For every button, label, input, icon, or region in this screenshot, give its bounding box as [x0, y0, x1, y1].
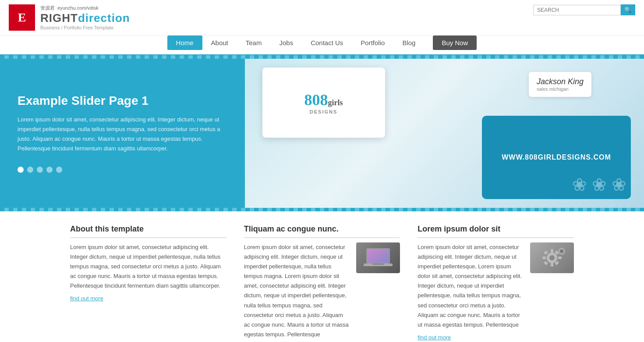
col3-find-more[interactable]: find out more [418, 334, 451, 341]
svg-rect-7 [551, 249, 553, 253]
jackson-subtitle: sales michigan [537, 86, 584, 92]
jackson-card: Jackson King sales michigan [529, 72, 591, 97]
flowers-decoration: ❀ ❀ ❀ [572, 175, 626, 195]
logo-box: E [9, 4, 35, 31]
search-button[interactable]: 🔍 [621, 4, 635, 15]
nav-blog[interactable]: Blog [393, 36, 424, 50]
slider-card-top: 808girls DESIGNS [262, 68, 385, 138]
content-col-1: About this template Lorem ipsum dolor si… [70, 224, 226, 342]
svg-rect-13 [544, 261, 548, 265]
col1-text: Lorem ipsum dolor sit amet, consectetur … [70, 242, 226, 291]
col1-find-more[interactable]: find out more [70, 295, 103, 302]
svg-point-6 [549, 255, 555, 260]
slider-brand-designs: DESIGNS [304, 109, 343, 114]
stripe-bottom [0, 208, 644, 211]
gear-icon [530, 242, 574, 273]
gear-image [530, 242, 574, 273]
header: E 资源君 eyunzhu.com/vdisk RIGHTdirection B… [0, 0, 644, 36]
nav-portfolio[interactable]: Portfolio [352, 36, 393, 50]
dot-4[interactable] [46, 167, 53, 173]
hero-slider: Example Slider Page 1 Lorem ipsum dolor … [0, 59, 644, 208]
svg-rect-11 [544, 250, 548, 255]
slider-title: Example Slider Page 1 [18, 94, 227, 108]
dot-1[interactable] [18, 167, 24, 173]
svg-point-16 [560, 249, 563, 253]
svg-rect-4 [372, 264, 384, 265]
nav-about[interactable]: About [202, 36, 237, 50]
svg-rect-2 [367, 249, 389, 263]
slider-brand-808: 808girls [304, 91, 343, 109]
logo-subtitle: 资源君 eyunzhu.com/vdisk [40, 5, 130, 11]
content-col-2: Tliquam ac congue nunc. Lorem ipsum dolo… [244, 224, 400, 342]
nav-jobs[interactable]: Jobs [270, 36, 302, 50]
site-title-direction: direction [78, 11, 130, 25]
dot-3[interactable] [37, 167, 43, 173]
slider-dots [18, 167, 227, 173]
svg-rect-9 [542, 256, 546, 259]
laptop-image [356, 242, 400, 273]
nav-home[interactable]: Home [167, 36, 202, 50]
slider-text: Lorem ipsum dolor sit amet, consectetur … [18, 115, 227, 153]
svg-rect-8 [551, 263, 553, 267]
col2-heading: Tliquam ac congue nunc. [244, 224, 400, 238]
content-area: About this template Lorem ipsum dolor si… [0, 211, 644, 342]
site-tagline: Business / Portfolio Free Template [40, 25, 130, 30]
col1-heading: About this template [70, 224, 226, 238]
slider-image: 808girls DESIGNS Jackson King sales mich… [245, 59, 644, 208]
slider-content: Example Slider Page 1 Lorem ipsum dolor … [0, 59, 245, 208]
stripe-top [0, 55, 644, 59]
laptop-icon [356, 242, 400, 273]
dot-5[interactable] [56, 167, 62, 173]
logo-text-area: 资源君 eyunzhu.com/vdisk RIGHTdirection Bus… [40, 5, 130, 30]
col3-heading: Lorem ipsum dolor sit [418, 224, 574, 238]
svg-rect-10 [558, 256, 562, 259]
logo-area: E 资源君 eyunzhu.com/vdisk RIGHTdirection B… [9, 4, 130, 31]
col2-text: Lorem ipsum dolor sit amet, consectetur … [244, 242, 350, 339]
slider-website: WWW.808GIRLDESIGNS.COM [502, 153, 611, 161]
buy-now-button[interactable]: Buy Now [433, 36, 477, 50]
slider-blue-card: WWW.808GIRLDESIGNS.COM ❀ ❀ ❀ [482, 116, 631, 199]
content-col-3: Lorem ipsum dolor sit Lorem ipsum dolor … [418, 224, 574, 342]
col3-body: Lorem ipsum dolor sit amet, consectetur … [418, 242, 574, 330]
nav-team[interactable]: Team [237, 36, 271, 50]
nav-contact[interactable]: Contact Us [302, 36, 352, 50]
search-input[interactable] [533, 5, 621, 15]
site-title-right: RIGHT [40, 11, 78, 25]
dot-2[interactable] [27, 167, 33, 173]
jackson-name: Jackson King [537, 77, 584, 86]
search-bar: 🔍 [533, 4, 635, 15]
site-title: RIGHTdirection [40, 11, 130, 25]
col3-text: Lorem ipsum dolor sit amet, consectetur … [418, 242, 523, 330]
slider-image-area: 808girls DESIGNS Jackson King sales mich… [245, 59, 644, 208]
col2-body: Lorem ipsum dolor sit amet, consectetur … [244, 242, 400, 339]
slider-brand-girls: girls [328, 98, 343, 107]
logo-letter: E [18, 11, 26, 25]
main-nav: Home About Team Jobs Contact Us Portfoli… [0, 36, 644, 55]
